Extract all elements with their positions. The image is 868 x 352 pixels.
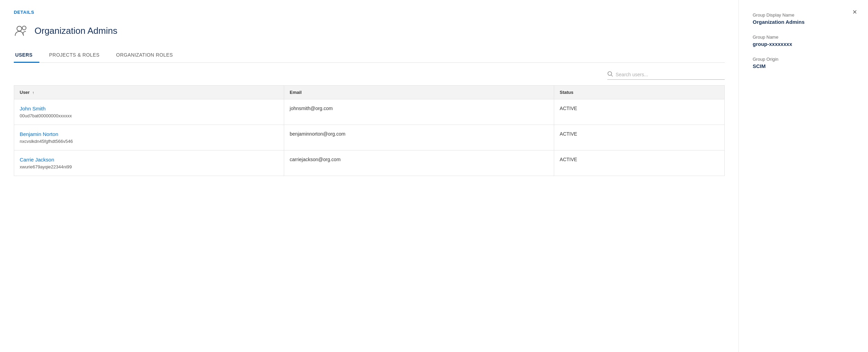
table-body: John Smith 00ud7bat00000000xxxxxx johnsm…: [14, 99, 725, 176]
table-row: Carrie Jackson xwurie679ayqie22344ni99 c…: [14, 150, 725, 176]
email-cell-0: johnsmith@org.com: [284, 99, 554, 125]
table-header-row: User ↑ Email Status: [14, 86, 725, 99]
table-row: Benjamin Norton nxcvslkdn45fgfhdt566v546…: [14, 125, 725, 150]
table-row: John Smith 00ud7bat00000000xxxxxx johnsm…: [14, 99, 725, 125]
status-cell-1: ACTIVE: [554, 125, 725, 150]
user-email-2: carriejackson@org.com: [290, 155, 340, 162]
user-cell-2: Carrie Jackson xwurie679ayqie22344ni99: [14, 150, 284, 176]
svg-point-1: [22, 26, 26, 30]
side-field-1: Group Name group-xxxxxxxx: [753, 35, 854, 47]
user-id-1: nxcvslkdn45fgfhdt566v546: [20, 139, 73, 144]
search-row: [14, 71, 725, 80]
email-cell-2: carriejackson@org.com: [284, 150, 554, 176]
title-row: Organization Admins: [14, 23, 725, 38]
user-id-0: 00ud7bat00000000xxxxxx: [20, 113, 72, 118]
email-cell-1: benjaminnorton@org.com: [284, 125, 554, 150]
search-icon: [607, 71, 613, 78]
side-field-2: Group Origin SCIM: [753, 57, 854, 69]
side-field-value-0: Organization Admins: [753, 19, 854, 25]
user-id-2: xwurie679ayqie22344ni99: [20, 164, 72, 169]
search-input[interactable]: [616, 72, 725, 77]
user-name-link-0[interactable]: John Smith: [20, 106, 278, 111]
side-fields-container: Group Display Name Organization Admins G…: [753, 12, 854, 69]
tab-organization-roles[interactable]: ORGANIZATION ROLES: [115, 48, 180, 63]
side-field-label-1: Group Name: [753, 35, 854, 40]
side-field-value-1: group-xxxxxxxx: [753, 41, 854, 47]
user-cell-1: Benjamin Norton nxcvslkdn45fgfhdt566v546: [14, 125, 284, 150]
user-name-link-1[interactable]: Benjamin Norton: [20, 131, 278, 137]
sort-arrow-user: ↑: [32, 90, 35, 95]
user-status-0: ACTIVE: [560, 104, 577, 111]
page-title: Organization Admins: [35, 26, 117, 36]
tab-users[interactable]: USERS: [14, 48, 39, 63]
user-status-2: ACTIVE: [560, 155, 577, 162]
page-wrapper: DETAILS × Organization Admins USERS PROJ…: [0, 0, 868, 352]
main-panel: DETAILS × Organization Admins USERS PROJ…: [0, 0, 739, 352]
user-email-1: benjaminnorton@org.com: [290, 130, 345, 137]
search-wrapper: [607, 71, 725, 80]
tabs-container: USERS PROJECTS & ROLES ORGANIZATION ROLE…: [14, 48, 725, 63]
status-cell-2: ACTIVE: [554, 150, 725, 176]
svg-point-0: [17, 26, 22, 31]
user-name-link-2[interactable]: Carrie Jackson: [20, 157, 278, 163]
user-cell-0: John Smith 00ud7bat00000000xxxxxx: [14, 99, 284, 125]
col-header-user: User ↑: [14, 86, 284, 99]
user-table: User ↑ Email Status John Smith 00ud7bat0…: [14, 85, 725, 176]
details-label: DETAILS: [14, 10, 725, 15]
group-icon: [14, 23, 29, 38]
col-header-status: Status: [554, 86, 725, 99]
col-header-email: Email: [284, 86, 554, 99]
user-email-0: johnsmith@org.com: [290, 104, 333, 111]
side-field-value-2: SCIM: [753, 63, 854, 69]
tab-projects-roles[interactable]: PROJECTS & ROLES: [48, 48, 106, 63]
close-button[interactable]: ×: [852, 8, 857, 16]
user-status-1: ACTIVE: [560, 130, 577, 137]
side-field-label-2: Group Origin: [753, 57, 854, 62]
svg-line-3: [611, 75, 613, 76]
side-field-0: Group Display Name Organization Admins: [753, 12, 854, 25]
status-cell-0: ACTIVE: [554, 99, 725, 125]
side-panel: Group Display Name Organization Admins G…: [739, 0, 868, 352]
side-field-label-0: Group Display Name: [753, 12, 854, 18]
